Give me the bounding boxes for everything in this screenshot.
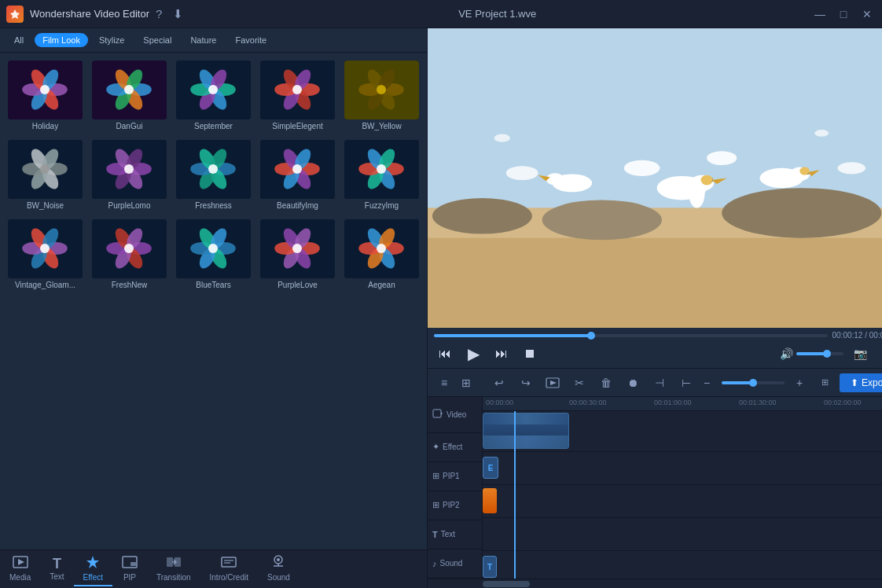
tab-stylize[interactable]: Stylize	[91, 33, 132, 47]
track-label-video: Video	[428, 397, 482, 433]
effect-name-1: DanGui	[92, 122, 167, 130]
close-button[interactable]: ✕	[858, 6, 876, 23]
effect-item-8[interactable]: BeautifyImg	[257, 137, 338, 213]
progress-track[interactable]	[434, 334, 828, 337]
tab-intro-label: Intro/Credit	[210, 573, 248, 582]
add-media-button[interactable]	[542, 373, 563, 393]
text-track-icon: T	[432, 530, 438, 539]
effect-item-0[interactable]: Holiday	[5, 57, 86, 134]
grid-view-btn[interactable]: ⊞	[456, 373, 476, 393]
minimize-button[interactable]: —	[811, 6, 829, 23]
tab-text[interactable]: T Text	[40, 553, 73, 586]
effect-thumb-7	[176, 140, 251, 199]
effect-item-1[interactable]: DanGui	[89, 57, 170, 134]
tab-film-look[interactable]: Film Look	[35, 33, 88, 47]
screenshot-button[interactable]: 📷	[850, 343, 872, 365]
svg-point-156	[701, 175, 713, 186]
svg-point-96	[124, 244, 134, 253]
effect-name-2: September	[176, 122, 251, 130]
zoom-control	[722, 381, 785, 384]
text-clip[interactable]: T	[483, 556, 497, 578]
timeline-right-tools: − + ⊞ ⬆ Export	[696, 373, 882, 393]
forward-button[interactable]: ⏭	[491, 343, 513, 365]
play-button[interactable]: ▶	[462, 343, 484, 365]
zoom-out-button[interactable]: −	[696, 373, 717, 393]
redo-button[interactable]: ↪	[516, 373, 536, 393]
effect-item-4[interactable]: BW_Yellow	[341, 57, 422, 134]
effect-clip[interactable]: E	[483, 457, 498, 479]
effect-item-13[interactable]: PurpleLove	[257, 216, 338, 292]
tab-nature[interactable]: Nature	[182, 33, 224, 47]
effect-item-14[interactable]: Aegean	[341, 216, 422, 292]
effect-icon	[85, 555, 101, 571]
track-label-text: T Text	[428, 520, 482, 549]
ruler-mark-0: 00:00:00	[486, 399, 513, 406]
effect-item-12[interactable]: BlueTears	[173, 216, 254, 292]
sound-track-icon: ♪	[432, 559, 437, 568]
tab-media[interactable]: Media	[0, 552, 40, 586]
tab-special[interactable]: Special	[135, 33, 179, 47]
volume-track[interactable]	[796, 352, 843, 355]
effect-item-5[interactable]: BW_Noise	[5, 137, 86, 213]
video-track-icon	[432, 409, 443, 420]
effect-item-7[interactable]: Freshness	[173, 137, 254, 213]
main-container: All Film Look Stylize Special Nature Fav…	[0, 28, 882, 588]
effect-thumb-12	[176, 219, 251, 278]
video-clip[interactable]	[483, 413, 569, 449]
svg-point-8	[40, 85, 50, 94]
effect-name-4: BW_Yellow	[344, 122, 419, 130]
effect-thumb-4	[344, 61, 419, 119]
svg-point-153	[506, 166, 538, 180]
pip1-clip[interactable]	[483, 488, 497, 513]
tab-effect[interactable]: Effect	[74, 552, 112, 586]
svg-rect-128	[222, 557, 236, 567]
effect-item-2[interactable]: September	[173, 57, 254, 134]
tab-intro-credit[interactable]: Intro/Credit	[200, 552, 258, 586]
undo-button[interactable]: ↩	[489, 373, 509, 393]
tab-all[interactable]: All	[6, 33, 31, 47]
download-icon[interactable]: ⬇	[173, 7, 183, 21]
export-button[interactable]: ⬆ Export	[840, 373, 882, 392]
record-button[interactable]: ⏺	[623, 373, 643, 393]
effect-name-7: Freshness	[176, 201, 251, 210]
effect-item-10[interactable]: Vintage_Gloam...	[5, 216, 86, 292]
sound-icon	[270, 555, 286, 571]
playhead[interactable]	[514, 411, 516, 579]
rewind-button[interactable]: ⏮	[434, 343, 456, 365]
effect-item-3[interactable]: SimpleElegent	[257, 57, 338, 134]
effect-thumb-9	[344, 140, 419, 199]
timeline-toolbar: ≡ ⊞ ↩ ↪ ✂ 🗑 ⏺ ⊣ ⊢ −	[428, 369, 882, 397]
tab-transition[interactable]: Transition	[147, 552, 200, 586]
svg-point-149	[546, 173, 564, 185]
titlebar-icons: ? ⬇	[156, 7, 183, 21]
effect-item-9[interactable]: FuzzyImg	[341, 137, 422, 213]
effect-thumb-5	[8, 140, 83, 199]
horizontal-scrollbar-thumb[interactable]	[483, 581, 530, 587]
fit-button[interactable]: ⊞	[814, 373, 835, 393]
zoom-in-button[interactable]: +	[789, 373, 810, 393]
effect-item-11[interactable]: FreshNew	[89, 216, 170, 292]
help-icon[interactable]: ?	[156, 7, 162, 20]
playback-buttons: ⏮ ▶ ⏭ ⏹	[434, 343, 541, 365]
timeline-view-btn[interactable]: ≡	[434, 373, 454, 393]
cut-button[interactable]: ✂	[569, 373, 590, 393]
tab-sound[interactable]: Sound	[258, 552, 300, 586]
time-display: 00:00:12 / 00:00:30	[832, 331, 883, 340]
tab-pip[interactable]: PIP	[112, 552, 147, 586]
effect-name-14: Aegean	[344, 281, 419, 289]
delete-button[interactable]: 🗑	[596, 373, 616, 393]
maximize-button[interactable]: □	[835, 6, 852, 23]
svg-point-151	[624, 160, 660, 176]
prev-clip-button[interactable]: ⊣	[649, 373, 670, 393]
tab-favorite[interactable]: Favorite	[227, 33, 274, 47]
zoom-track[interactable]	[722, 381, 785, 384]
effect-name-12: BlueTears	[176, 281, 251, 289]
view-toggles: ≡ ⊞	[434, 373, 476, 393]
fullscreen-button[interactable]: ⛶	[878, 343, 882, 365]
next-clip-button[interactable]: ⊢	[676, 373, 696, 393]
waveform	[483, 435, 568, 449]
effect-item-6[interactable]: PurpleLomo	[89, 137, 170, 213]
bottom-tabs: Media T Text Effect PIP	[0, 549, 427, 588]
pip-icon	[122, 555, 138, 571]
stop-button[interactable]: ⏹	[519, 343, 541, 365]
